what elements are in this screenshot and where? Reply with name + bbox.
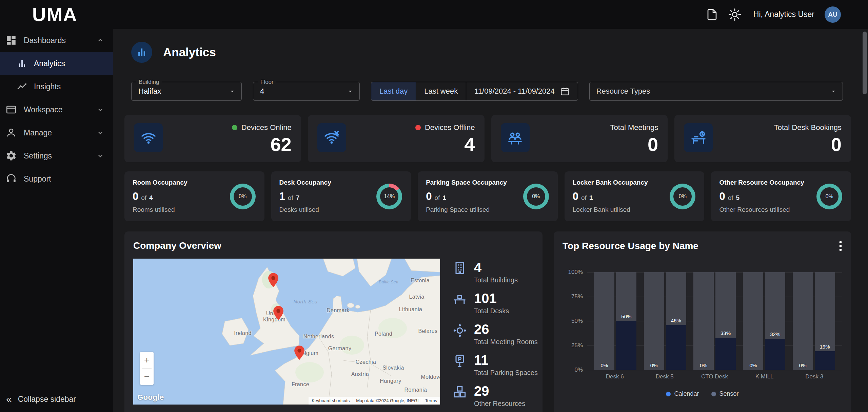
map-pin[interactable] bbox=[268, 273, 278, 287]
building-select-value: Halifax bbox=[138, 87, 161, 96]
bar-sensor[interactable]: 46% bbox=[666, 272, 686, 370]
bar-pair: 0%32% bbox=[743, 272, 785, 370]
sidebar-item-analytics[interactable]: Analytics bbox=[0, 52, 113, 75]
bar-value-label: 50% bbox=[616, 314, 636, 319]
google-map[interactable]: EstoniaLatviaLithuaniaBelarusDenmarkBalt… bbox=[133, 259, 440, 405]
x-axis: Desk 6Desk 5CTO DeskK MILLDesk 3 bbox=[587, 373, 842, 380]
resource-types-select[interactable]: Resource Types bbox=[589, 82, 843, 101]
map-label: Denmark bbox=[327, 307, 350, 314]
meeting-room-icon bbox=[452, 322, 467, 337]
sidebar-item-workspace[interactable]: Workspace bbox=[0, 98, 113, 121]
date-range-picker[interactable]: 11/09/2024 - 11/09/2024 bbox=[466, 82, 578, 100]
user-greeting: Hi, Analytics User bbox=[753, 10, 814, 19]
map-label: Lithuania bbox=[399, 306, 422, 313]
sensor-legend-dot bbox=[711, 392, 716, 396]
occupancy-of: of bbox=[288, 194, 293, 202]
map-label: France bbox=[292, 381, 309, 388]
bar-calendar[interactable]: 0% bbox=[743, 272, 763, 370]
occupancy-percent: 0% bbox=[527, 187, 545, 206]
ov-stat-value: 29 bbox=[474, 384, 525, 398]
avatar[interactable]: AU bbox=[825, 6, 841, 23]
wifi-off-icon bbox=[317, 123, 346, 152]
room-occupancy-card: Room Occupancy 0of4 Rooms utilised 0% bbox=[124, 171, 264, 221]
sidebar-item-manage[interactable]: Manage bbox=[0, 121, 113, 144]
bar-fill bbox=[765, 339, 785, 370]
map-pin[interactable] bbox=[294, 345, 304, 360]
bar-groups: 0%50%0%46%0%33%0%32%0%19% bbox=[587, 272, 842, 370]
bar-calendar[interactable]: 0% bbox=[594, 272, 614, 370]
bar-sensor[interactable]: 32% bbox=[765, 272, 785, 370]
resource-usage-card: Top Resource Usage by Name 100%75%50%25%… bbox=[554, 231, 851, 412]
legend-sensor[interactable]: Sensor bbox=[711, 390, 739, 397]
stat-label: Total Desk Bookings bbox=[774, 123, 842, 132]
bar-value-label: 0% bbox=[594, 362, 614, 368]
ov-stat-label: Total Buildings bbox=[474, 276, 518, 284]
bar-calendar[interactable]: 0% bbox=[793, 272, 813, 370]
bar-value-label: 0% bbox=[743, 362, 763, 368]
bar-calendar[interactable]: 0% bbox=[693, 272, 714, 370]
y-axis: 100%75%50%25%0% bbox=[563, 272, 587, 370]
sidebar-item-settings[interactable]: Settings bbox=[0, 144, 113, 167]
total-desk-bookings-card: Total Desk Bookings 0 bbox=[674, 115, 851, 162]
occupancy-donut: 0% bbox=[670, 184, 695, 209]
occupancy-total: 1 bbox=[442, 194, 446, 202]
map-label: Germany bbox=[328, 345, 352, 352]
occupancy-total: 5 bbox=[736, 194, 739, 202]
collapse-sidebar-label: Collapse sidebar bbox=[18, 395, 76, 404]
analytics-icon bbox=[17, 58, 27, 69]
map-pin[interactable] bbox=[273, 306, 283, 320]
bar-sensor[interactable]: 19% bbox=[815, 272, 835, 370]
floor-select[interactable]: Floor 4 bbox=[253, 82, 360, 101]
bar-sensor[interactable]: 33% bbox=[715, 272, 736, 370]
map-label: Austria bbox=[351, 371, 369, 377]
building-select[interactable]: Building Halifax bbox=[131, 82, 242, 101]
collapse-sidebar-button[interactable]: « Collapse sidebar bbox=[0, 386, 113, 412]
bar-group: 0%46% bbox=[644, 272, 686, 370]
bar-fill bbox=[715, 338, 736, 370]
occupancy-used: 0 bbox=[573, 190, 578, 203]
map-label: Ireland bbox=[234, 330, 252, 336]
occupancy-total: 1 bbox=[589, 194, 593, 202]
keyboard-shortcuts-link[interactable]: Keyboard shortcuts bbox=[309, 397, 353, 405]
resource-usage-title: Top Resource Usage by Name bbox=[563, 241, 698, 251]
map-label: Moldova bbox=[421, 374, 440, 380]
occupancy-percent: 0% bbox=[820, 187, 839, 206]
devices-offline-card: Devices Offline 4 bbox=[308, 115, 485, 162]
locker-occupancy-card: Locker Bank Occupancy 0of1 Locker Bank u… bbox=[565, 171, 705, 221]
zoom-out-button[interactable]: − bbox=[140, 369, 154, 385]
headset-icon bbox=[5, 173, 17, 185]
sidebar-item-insights[interactable]: Insights bbox=[0, 75, 113, 98]
last-day-button[interactable]: Last day bbox=[371, 82, 416, 100]
bar-sensor[interactable]: 50% bbox=[616, 272, 636, 370]
occupancy-used: 0 bbox=[426, 190, 432, 203]
last-week-label: Last week bbox=[424, 87, 458, 96]
legend-calendar[interactable]: Calendar bbox=[666, 390, 699, 397]
kebab-menu-icon[interactable] bbox=[839, 240, 842, 252]
other-occupancy-card: Other Resource Occupancy 0of5 Other Reso… bbox=[711, 171, 851, 221]
y-tick-label: 0% bbox=[574, 367, 583, 373]
map-label: Romania bbox=[405, 387, 427, 393]
occupancy-donut: 0% bbox=[816, 184, 842, 209]
last-week-button[interactable]: Last week bbox=[416, 82, 466, 100]
terms-link[interactable]: Terms bbox=[422, 397, 440, 405]
bar-value-label: 46% bbox=[666, 318, 686, 323]
occupancy-used: 0 bbox=[719, 190, 725, 203]
ov-stat-label: Total Meeting Rooms bbox=[474, 338, 538, 346]
map-label: Czechia bbox=[356, 359, 376, 365]
sidebar-item-dashboards[interactable]: Dashboards bbox=[0, 29, 113, 52]
building-select-label: Building bbox=[136, 79, 162, 86]
theme-toggle-sun-icon[interactable] bbox=[728, 8, 741, 21]
bar-group: 0%33% bbox=[693, 272, 736, 370]
bar-calendar[interactable]: 0% bbox=[644, 272, 664, 370]
document-icon[interactable] bbox=[706, 8, 718, 21]
bar-group: 0%50% bbox=[594, 272, 636, 370]
zoom-in-button[interactable]: + bbox=[140, 352, 154, 368]
wifi-icon bbox=[134, 123, 163, 152]
desk-occupancy-card: Desk Occupancy 1of7 Desks utilised 14% bbox=[271, 171, 411, 221]
occupancy-of: of bbox=[728, 194, 733, 202]
offline-status-dot bbox=[415, 125, 421, 130]
scrollbar-thumb[interactable] bbox=[863, 32, 867, 94]
ov-stat-value: 26 bbox=[474, 322, 538, 336]
double-chevron-left-icon: « bbox=[6, 394, 12, 404]
sidebar-item-support[interactable]: Support bbox=[0, 167, 113, 190]
